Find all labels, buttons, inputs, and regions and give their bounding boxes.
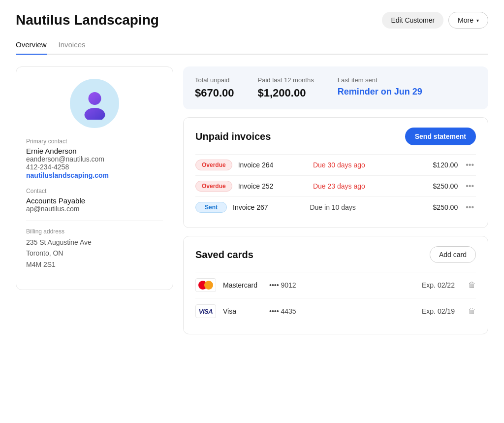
- card-number: •••• 9012: [269, 281, 415, 289]
- invoice-due-date: Due in 10 days: [310, 203, 416, 211]
- invoice-due-date: Due 23 days ago: [313, 182, 416, 190]
- invoice-more-button[interactable]: •••: [464, 182, 476, 191]
- total-unpaid-summary: Total unpaid $670.00: [195, 76, 234, 99]
- mastercard-logo-icon: [195, 278, 216, 292]
- total-unpaid-value: $670.00: [195, 87, 234, 99]
- last-item-sent-summary: Last item sent Reminder on Jun 29: [338, 76, 422, 99]
- contact-email: eanderson@nautilus.com: [26, 155, 163, 163]
- saved-cards-list: Mastercard •••• 9012 Exp. 02/22 🗑 VISA V…: [195, 272, 476, 324]
- svg-point-1: [84, 108, 105, 120]
- paid-last-12-summary: Paid last 12 months $1,200.00: [258, 76, 314, 99]
- invoice-status-badge: Overdue: [195, 160, 232, 170]
- invoice-status-badge: Overdue: [195, 181, 232, 192]
- send-statement-button[interactable]: Send statement: [405, 128, 476, 145]
- avatar-silhouette-icon: [79, 88, 111, 120]
- tab-bar: Overview Invoices: [16, 40, 488, 55]
- invoice-row: Sent Invoice 267 Due in 10 days $250.00 …: [195, 196, 476, 218]
- add-card-button[interactable]: Add card: [430, 246, 476, 263]
- page-header: Nautilus Landscaping Edit Customer More …: [16, 12, 488, 29]
- invoices-card-header: Unpaid invoices Send statement: [195, 128, 476, 145]
- right-panel: Total unpaid $670.00 Paid last 12 months…: [183, 66, 488, 334]
- summary-box: Total unpaid $670.00 Paid last 12 months…: [183, 66, 488, 109]
- header-actions: Edit Customer More ▾: [382, 12, 488, 29]
- paid-last-12-label: Paid last 12 months: [258, 76, 314, 84]
- card-brand-name: Visa: [223, 307, 262, 315]
- saved-cards-header: Saved cards Add card: [195, 246, 476, 263]
- total-unpaid-label: Total unpaid: [195, 76, 234, 84]
- card-number: •••• 4435: [269, 307, 415, 315]
- tab-invoices[interactable]: Invoices: [59, 40, 86, 55]
- invoice-number[interactable]: Invoice 267: [233, 203, 304, 211]
- saved-cards-card: Saved cards Add card Mastercard •••• 901…: [183, 236, 488, 334]
- unpaid-invoices-card: Unpaid invoices Send statement Overdue I…: [183, 117, 488, 228]
- delete-card-button[interactable]: 🗑: [468, 307, 476, 316]
- saved-cards-title: Saved cards: [195, 249, 253, 260]
- saved-card-row: VISA Visa •••• 4435 Exp. 02/19 🗑: [195, 298, 476, 324]
- visa-logo-icon: VISA: [195, 304, 216, 318]
- more-button[interactable]: More ▾: [448, 12, 488, 29]
- card-brand-name: Mastercard: [223, 281, 262, 289]
- tab-overview[interactable]: Overview: [16, 40, 47, 55]
- svg-point-0: [88, 92, 101, 105]
- invoice-number[interactable]: Invoice 252: [238, 182, 307, 190]
- primary-contact-section: Primary contact Ernie Anderson eanderson…: [26, 138, 163, 180]
- invoice-amount: $250.00: [422, 203, 458, 211]
- card-expiry: Exp. 02/22: [422, 281, 461, 289]
- delete-card-button[interactable]: 🗑: [468, 281, 476, 290]
- page-title: Nautilus Landscaping: [16, 12, 159, 28]
- invoice-amount: $120.00: [422, 161, 458, 169]
- contact-phone: 412-234-4258: [26, 163, 163, 171]
- contact-label: Contact: [26, 188, 163, 195]
- contact-name: Ernie Anderson: [26, 147, 163, 155]
- contact-ap-name: Accounts Payable: [26, 196, 163, 205]
- primary-contact-label: Primary contact: [26, 138, 163, 145]
- invoice-number[interactable]: Invoice 264: [238, 161, 307, 169]
- billing-address: 235 St Augustine Ave Toronto, ON M4M 2S1: [26, 237, 163, 270]
- invoice-row: Overdue Invoice 264 Due 30 days ago $120…: [195, 154, 476, 175]
- last-item-value[interactable]: Reminder on Jun 29: [338, 87, 422, 97]
- invoice-amount: $250.00: [422, 182, 458, 190]
- contact-section: Contact Accounts Payable ap@nautilus.com: [26, 188, 163, 213]
- edit-customer-button[interactable]: Edit Customer: [382, 12, 443, 29]
- avatar-container: [26, 79, 163, 128]
- saved-card-row: Mastercard •••• 9012 Exp. 02/22 🗑: [195, 272, 476, 298]
- invoice-row: Overdue Invoice 252 Due 23 days ago $250…: [195, 175, 476, 196]
- invoice-more-button[interactable]: •••: [464, 161, 476, 169]
- billing-section: Billing address 235 St Augustine Ave Tor…: [26, 228, 163, 270]
- billing-label: Billing address: [26, 228, 163, 235]
- contact-website[interactable]: nautiluslandscaping.com: [26, 171, 109, 179]
- divider: [26, 221, 163, 221]
- invoice-status-badge: Sent: [195, 202, 227, 213]
- invoice-more-button[interactable]: •••: [464, 203, 476, 212]
- invoice-due-date: Due 30 days ago: [313, 161, 416, 169]
- invoices-card-title: Unpaid invoices: [195, 131, 271, 142]
- chevron-down-icon: ▾: [476, 18, 479, 23]
- card-expiry: Exp. 02/19: [422, 307, 461, 315]
- customer-info-card: Primary contact Ernie Anderson eanderson…: [16, 66, 173, 290]
- avatar: [70, 79, 119, 128]
- main-layout: Primary contact Ernie Anderson eanderson…: [16, 66, 488, 334]
- paid-last-12-value: $1,200.00: [258, 87, 314, 99]
- invoice-list: Overdue Invoice 264 Due 30 days ago $120…: [195, 154, 476, 218]
- last-item-label: Last item sent: [338, 76, 422, 84]
- contact-ap-email: ap@nautilus.com: [26, 205, 163, 213]
